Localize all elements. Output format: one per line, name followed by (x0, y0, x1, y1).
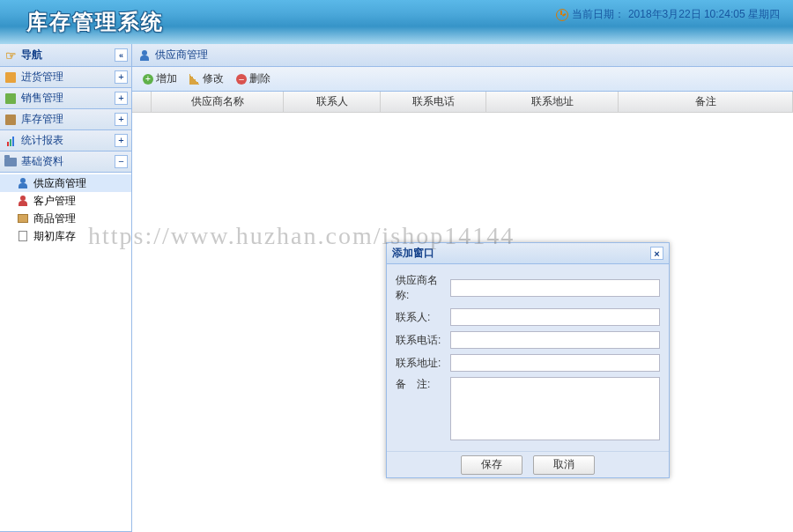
dialog-close-button[interactable]: × (650, 247, 663, 260)
btn-label: 修改 (203, 71, 224, 86)
document-icon (16, 229, 30, 243)
grid-col-phone[interactable]: 联系电话 (381, 92, 486, 112)
tab-bar: 供应商管理 (132, 44, 793, 67)
tree-item-initial-stock[interactable]: 期初库存 (0, 227, 131, 245)
section-label: 进货管理 (21, 70, 63, 85)
stats-icon (4, 134, 18, 148)
person-icon (16, 194, 30, 208)
input-remark[interactable] (450, 377, 660, 440)
sidebar-section-basedata[interactable]: 基础资料 − (0, 151, 131, 173)
person-icon (16, 176, 30, 190)
cancel-button[interactable]: 取消 (533, 455, 595, 475)
box-icon (16, 211, 30, 225)
label-address: 联系地址: (396, 356, 450, 371)
label-supplier-name: 供应商名称: (396, 273, 450, 303)
expand-icon[interactable]: + (115, 134, 128, 147)
tree-label: 期初库存 (33, 229, 76, 244)
tree-label: 供应商管理 (33, 176, 86, 191)
expand-icon[interactable]: + (115, 113, 128, 126)
expand-icon[interactable]: + (115, 70, 128, 84)
delete-button[interactable]: – 删除 (231, 70, 276, 89)
sidebar-section-inventory[interactable]: 库存管理 + (0, 109, 131, 130)
dialog-header[interactable]: 添加窗口 × (387, 243, 669, 264)
sidebar-section-sales[interactable]: 销售管理 + (0, 88, 131, 109)
folder-icon (4, 155, 18, 169)
dialog-body: 供应商名称: 联系人: 联系电话: 联系地址: 备 注: (387, 264, 669, 451)
sales-icon (4, 92, 18, 106)
date-prefix: 当前日期： (572, 7, 625, 22)
grid-col-selector[interactable] (132, 92, 152, 112)
add-button[interactable]: + 增加 (137, 70, 182, 89)
section-label: 库存管理 (21, 112, 63, 127)
section-label: 统计报表 (21, 133, 63, 148)
input-contact[interactable] (450, 308, 660, 326)
inventory-icon (4, 113, 18, 127)
sidebar-section-purchase[interactable]: 进货管理 + (0, 67, 131, 88)
input-phone[interactable] (450, 331, 660, 349)
collapse-icon[interactable]: − (115, 155, 128, 168)
section-label: 销售管理 (21, 91, 63, 106)
dialog-footer: 保存 取消 (387, 451, 669, 477)
minus-icon: – (236, 74, 247, 85)
btn-label: 删除 (249, 71, 271, 86)
label-remark: 备 注: (396, 377, 450, 392)
tree-item-supplier[interactable]: 供应商管理 (0, 174, 131, 192)
toolbar: + 增加 修改 – 删除 (132, 67, 793, 92)
grid-col-address[interactable]: 联系地址 (486, 92, 619, 112)
dialog-title: 添加窗口 (392, 246, 434, 261)
sidebar-section-stats[interactable]: 统计报表 + (0, 130, 131, 151)
expand-icon[interactable]: + (115, 92, 128, 105)
tree-label: 商品管理 (33, 211, 76, 226)
purchase-icon (4, 70, 18, 85)
input-address[interactable] (450, 354, 660, 372)
label-contact: 联系人: (396, 310, 450, 325)
date-value: 2018年3月22日 10:24:05 星期四 (628, 7, 780, 22)
nav-label: 导航 (21, 48, 42, 63)
nav-icon: ☞ (4, 48, 18, 63)
main-panel: 供应商管理 + 增加 修改 – 删除 供应商名称 联系人 联系电话 联系地址 备… (132, 44, 793, 532)
tree-label: 客户管理 (33, 194, 76, 209)
tree-item-customer[interactable]: 客户管理 (0, 192, 131, 210)
grid-col-name[interactable]: 供应商名称 (152, 92, 284, 112)
tree-item-product[interactable]: 商品管理 (0, 210, 131, 227)
current-date: 当前日期： 2018年3月22日 10:24:05 星期四 (556, 7, 780, 22)
input-supplier-name[interactable] (450, 279, 660, 297)
grid-col-remark[interactable]: 备注 (619, 92, 793, 112)
btn-label: 增加 (156, 71, 177, 86)
nav-header: ☞ 导航 « (0, 44, 131, 67)
grid-col-contact[interactable]: 联系人 (284, 92, 381, 112)
save-button[interactable]: 保存 (461, 455, 522, 475)
plus-icon: + (143, 74, 153, 85)
person-icon (137, 48, 152, 63)
label-phone: 联系电话: (396, 333, 450, 348)
sidebar-collapse-button[interactable]: « (115, 48, 128, 62)
pencil-icon (189, 74, 200, 85)
grid-header: 供应商名称 联系人 联系电话 联系地址 备注 (132, 92, 793, 113)
sidebar: ☞ 导航 « 进货管理 + 销售管理 + 库存管理 + 统计报表 + (0, 44, 132, 532)
clock-icon (556, 9, 568, 21)
edit-button[interactable]: 修改 (184, 70, 229, 89)
app-title: 库存管理系统 (26, 8, 164, 36)
app-header: 库存管理系统 当前日期： 2018年3月22日 10:24:05 星期四 (0, 0, 793, 44)
section-label: 基础资料 (21, 154, 63, 169)
add-dialog: 添加窗口 × 供应商名称: 联系人: 联系电话: 联系地址: (386, 242, 670, 478)
tab-label: 供应商管理 (155, 48, 208, 63)
sidebar-tree: 供应商管理 客户管理 商品管理 期初库存 (0, 173, 131, 532)
